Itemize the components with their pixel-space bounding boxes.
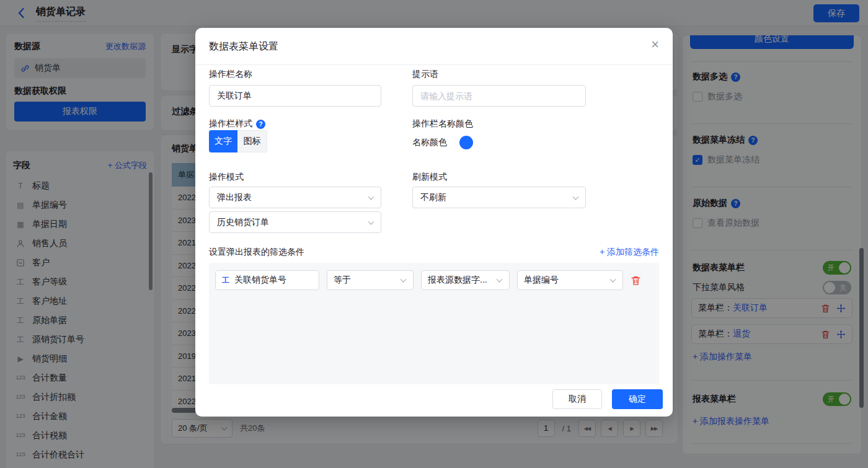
filter-field[interactable]: 工 关联销货单号 <box>215 270 319 290</box>
refresh-mode-label: 刷新模式 <box>412 172 447 183</box>
table-menu-settings-dialog: 数据表菜单设置 × 操作栏名称 提示语 操作栏样式 ? 文字 图标 操作栏名称颜… <box>195 28 673 417</box>
refresh-mode-select[interactable]: 不刷新 <box>412 187 586 208</box>
chevron-down-icon <box>368 218 374 224</box>
style-option-text[interactable]: 文字 <box>209 130 237 152</box>
style-segmented-control: 文字 图标 <box>209 130 267 152</box>
action-mode-select[interactable]: 弹出报表 <box>209 187 381 208</box>
chevron-down-icon <box>610 276 616 283</box>
chevron-down-icon <box>497 276 503 283</box>
color-swatch[interactable] <box>459 136 473 149</box>
chevron-down-icon <box>573 193 579 200</box>
filter-source-select[interactable]: 报表源数据字... <box>421 270 510 290</box>
action-name-input[interactable] <box>209 85 381 107</box>
tooltip-input[interactable] <box>412 85 586 107</box>
dialog-title: 数据表菜单设置 <box>209 40 278 53</box>
filter-operator-select[interactable]: 等于 <box>327 270 414 290</box>
action-mode-label: 操作模式 <box>209 172 244 183</box>
style-option-icon[interactable]: 图标 <box>237 130 267 152</box>
chevron-down-icon <box>368 193 374 200</box>
name-color-sub-label: 名称颜色 <box>412 137 447 148</box>
name-color-label: 操作栏名称颜色 <box>412 118 473 130</box>
action-name-label: 操作栏名称 <box>209 69 252 80</box>
delete-filter-icon[interactable] <box>631 275 641 286</box>
filter-section-label: 设置弹出报表的筛选条件 <box>209 247 304 258</box>
confirm-button[interactable]: 确定 <box>612 389 663 409</box>
help-icon[interactable]: ? <box>256 120 265 129</box>
add-filter-link[interactable]: + 添加筛选条件 <box>600 247 659 258</box>
popup-report-select[interactable]: 历史销货订单 <box>209 211 381 233</box>
text-field-icon: 工 <box>222 275 229 286</box>
filter-value-select[interactable]: 单据编号 <box>517 270 623 290</box>
cancel-button[interactable]: 取消 <box>552 389 602 409</box>
filter-row: 工 关联销货单号 等于 报表源数据字... 单据编号 <box>215 270 641 290</box>
chevron-down-icon <box>401 276 407 283</box>
style-label: 操作栏样式 <box>209 118 252 130</box>
filter-conditions-box: 工 关联销货单号 等于 报表源数据字... 单据编号 <box>209 263 659 384</box>
close-icon[interactable]: × <box>651 38 659 51</box>
tooltip-label: 提示语 <box>412 69 438 80</box>
